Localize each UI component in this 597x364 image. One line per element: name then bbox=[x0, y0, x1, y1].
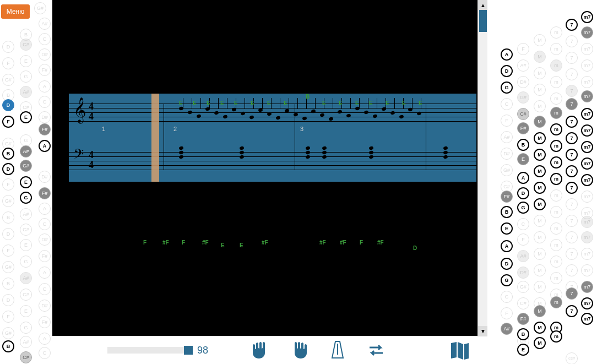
key-B[interactable]: B bbox=[2, 278, 14, 290]
bass-7[interactable]: 7 bbox=[566, 149, 578, 161]
bass-A[interactable]: A bbox=[517, 172, 529, 184]
key-D[interactable]: D bbox=[2, 163, 14, 175]
bass-m[interactable]: m bbox=[550, 272, 562, 284]
key-E[interactable]: E bbox=[20, 305, 32, 317]
bass-M[interactable]: M bbox=[534, 84, 546, 96]
key-E[interactable]: E bbox=[20, 55, 32, 67]
key-E[interactable]: E bbox=[20, 111, 32, 123]
bass-7[interactable]: 7 bbox=[566, 68, 578, 80]
key-C#[interactable]: C# bbox=[20, 289, 32, 301]
bass-F[interactable]: F bbox=[517, 43, 529, 55]
bass-m7[interactable]: m7 bbox=[581, 124, 593, 137]
bass-A#[interactable]: A# bbox=[517, 250, 529, 262]
key-F[interactable]: F bbox=[2, 116, 14, 128]
key-D[interactable]: D bbox=[2, 41, 14, 53]
bass-G#[interactable]: G# bbox=[517, 91, 529, 104]
key-E[interactable]: E bbox=[20, 239, 32, 251]
bass-M[interactable]: M bbox=[534, 182, 546, 194]
key-C[interactable]: C bbox=[39, 218, 51, 230]
bass-m7[interactable]: m7 bbox=[581, 43, 593, 55]
key-C[interactable]: C bbox=[39, 33, 51, 45]
bass-G#[interactable]: G# bbox=[517, 281, 529, 293]
bass-B[interactable]: B bbox=[501, 206, 513, 218]
key-A#[interactable]: A# bbox=[39, 18, 51, 30]
bass-7[interactable]: 7 bbox=[566, 35, 578, 47]
key-A#[interactable]: A# bbox=[20, 86, 32, 98]
bass-A[interactable]: A bbox=[501, 240, 513, 252]
bass-m[interactable]: m bbox=[550, 123, 562, 135]
key-D#[interactable]: D# bbox=[39, 171, 51, 183]
key-A[interactable]: A bbox=[39, 203, 51, 215]
key-D#[interactable]: D# bbox=[39, 111, 51, 123]
tempo-handle[interactable] bbox=[184, 346, 193, 355]
metronome-button[interactable] bbox=[327, 339, 349, 361]
key-F[interactable]: F bbox=[2, 245, 14, 257]
key-C#[interactable]: C# bbox=[20, 224, 32, 236]
tempo-slider[interactable] bbox=[107, 347, 193, 354]
bass-7[interactable]: 7 bbox=[566, 264, 578, 276]
bass-F#[interactable]: F# bbox=[517, 122, 529, 134]
bass-F[interactable]: F bbox=[501, 115, 513, 127]
bass-7[interactable]: 7 bbox=[566, 182, 578, 194]
bass-A#[interactable]: A# bbox=[517, 59, 529, 72]
key-G[interactable]: G bbox=[20, 70, 32, 83]
bass-M[interactable]: M bbox=[534, 305, 546, 317]
key-G#[interactable]: G# bbox=[2, 74, 14, 86]
key-A#[interactable]: A# bbox=[20, 336, 32, 348]
bass-G[interactable]: G bbox=[501, 274, 513, 286]
bass-M[interactable]: M bbox=[534, 281, 546, 293]
bass-E[interactable]: E bbox=[517, 153, 529, 165]
bass-M[interactable]: M bbox=[534, 337, 546, 349]
bass-D#[interactable]: D# bbox=[517, 267, 529, 279]
map-button[interactable] bbox=[449, 339, 471, 361]
bass-7[interactable]: 7 bbox=[566, 198, 578, 210]
bass-C[interactable]: C bbox=[517, 218, 529, 230]
bass-7[interactable]: 7 bbox=[566, 165, 578, 177]
bass-M[interactable]: M bbox=[534, 100, 546, 112]
bass-F[interactable]: F bbox=[501, 307, 513, 319]
key-G[interactable]: G bbox=[20, 192, 32, 204]
bass-B[interactable]: B bbox=[517, 139, 529, 151]
bass-m[interactable]: m bbox=[550, 107, 562, 119]
key-A#[interactable]: A# bbox=[20, 145, 32, 157]
bass-A[interactable]: A bbox=[501, 48, 513, 61]
key-D#[interactable]: D# bbox=[39, 233, 51, 246]
key-G#[interactable]: G# bbox=[2, 195, 14, 207]
bass-m7[interactable]: m7 bbox=[581, 174, 593, 186]
bass-G[interactable]: G bbox=[517, 202, 529, 214]
bass-M[interactable]: M bbox=[534, 165, 546, 177]
key-D[interactable]: D bbox=[2, 228, 14, 240]
bass-E[interactable]: E bbox=[517, 344, 529, 356]
bass-m7[interactable]: m7 bbox=[581, 248, 593, 260]
bass-M[interactable]: M bbox=[534, 231, 546, 243]
bass-m7[interactable]: m7 bbox=[581, 281, 593, 293]
bass-7[interactable]: 7 bbox=[566, 85, 578, 97]
bass-7[interactable]: 7 bbox=[566, 215, 578, 227]
bass-A#[interactable]: A# bbox=[501, 323, 513, 335]
bass-C[interactable]: C bbox=[501, 98, 513, 110]
key-G[interactable]: G bbox=[20, 134, 32, 146]
key-B[interactable]: B bbox=[2, 340, 14, 352]
bass-m[interactable]: m bbox=[550, 256, 562, 268]
right-hand-button[interactable] bbox=[288, 339, 310, 361]
bass-M[interactable]: M bbox=[534, 149, 546, 161]
bass-E[interactable]: E bbox=[501, 222, 513, 235]
key-C[interactable]: C bbox=[39, 96, 51, 108]
key-G#[interactable]: G# bbox=[34, 2, 46, 14]
bass-7[interactable]: 7 bbox=[566, 98, 578, 110]
bass-7[interactable]: 7 bbox=[566, 305, 578, 317]
bass-m[interactable]: m bbox=[550, 239, 562, 251]
bass-m[interactable]: m bbox=[550, 26, 562, 39]
bass-m[interactable]: m bbox=[550, 76, 562, 88]
bass-7[interactable]: 7 bbox=[566, 19, 578, 31]
bass-G[interactable]: G bbox=[501, 82, 513, 94]
key-B[interactable]: B bbox=[2, 211, 14, 224]
bass-7[interactable]: 7 bbox=[566, 287, 578, 300]
bass-M[interactable]: M bbox=[534, 322, 546, 334]
bass-M[interactable]: M bbox=[534, 215, 546, 227]
score-area[interactable]: 𝄞 𝄢 44 44 1 2 3 EEEEEEEEBEEEEEEE F#FF#FE… bbox=[52, 0, 487, 336]
left-hand-button[interactable] bbox=[249, 339, 272, 361]
bass-m7[interactable]: m7 bbox=[581, 297, 593, 309]
bass-m[interactable]: m bbox=[550, 206, 562, 218]
key-F[interactable]: F bbox=[2, 178, 14, 191]
